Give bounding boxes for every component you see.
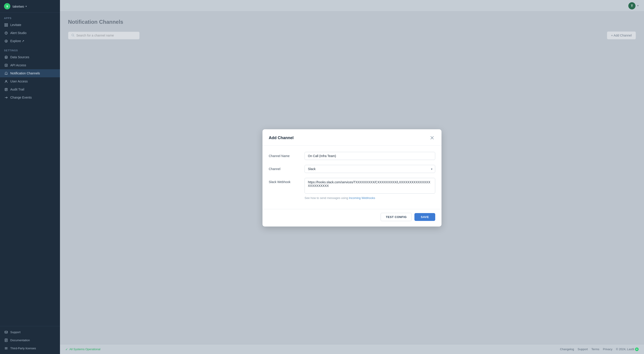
modal-title: Add Channel <box>269 135 294 140</box>
sidebar-chevron-icon: ▾ <box>26 5 27 8</box>
third-party-icon <box>4 346 8 350</box>
footer-copyright: © 2024, Last9 <box>616 347 634 351</box>
sidebar: 9 taketwo ▾ APPS Levitate Alert Studio E… <box>0 0 60 354</box>
explore-icon <box>4 39 8 43</box>
channel-field: Slack PagerDuty Email Webhook ▾ <box>304 165 435 173</box>
footer-privacy-link[interactable]: Privacy <box>603 347 612 351</box>
footer: ✓ All Systems Operational Changelog Supp… <box>60 344 644 354</box>
footer-status: ✓ All Systems Operational <box>65 347 100 351</box>
channel-name-field <box>304 152 435 160</box>
sidebar-item-third-party[interactable]: Third-Party licenses <box>0 344 60 352</box>
sidebar-third-party-label: Third-Party licenses <box>10 346 36 350</box>
sidebar-change-events-label: Change Events <box>10 96 32 99</box>
sidebar-api-access-label: API Access <box>10 63 26 67</box>
channel-name-row: Channel Name <box>269 152 435 160</box>
sidebar-data-sources-label: Data Sources <box>10 55 29 59</box>
channel-select[interactable]: Slack PagerDuty Email Webhook <box>304 165 435 173</box>
channel-select-wrap: Slack PagerDuty Email Webhook ▾ <box>304 165 435 173</box>
save-button[interactable]: SAVE <box>414 213 435 221</box>
modal-body: Channel Name Channel Slack Pager <box>262 146 442 209</box>
svg-point-7 <box>5 56 7 57</box>
alert-studio-icon <box>4 31 8 35</box>
sidebar-support-label: Support <box>10 330 20 334</box>
status-check-icon: ✓ <box>65 347 68 351</box>
slack-webhook-label: Slack Webhook <box>269 178 304 184</box>
sidebar-explore-label: Explore ↗ <box>10 39 24 43</box>
svg-rect-0 <box>5 24 6 25</box>
user-access-icon <box>4 79 8 83</box>
sidebar-settings-label: SETTINGS <box>0 45 60 53</box>
channel-name-label: Channel Name <box>269 152 304 158</box>
page-content: Notification Channels + Add Channel Add … <box>60 12 644 344</box>
sidebar-bottom: Support Documentation Third-Party licens… <box>0 326 60 354</box>
footer-changelog-link[interactable]: Changelog <box>560 347 574 351</box>
modal-footer: TEST CONFIG SAVE <box>262 209 442 227</box>
notification-channels-icon <box>4 71 8 75</box>
modal-overlay: Add Channel Channel Name <box>60 12 644 344</box>
modal-close-button[interactable] <box>429 135 435 141</box>
slack-webhook-row: Slack Webhook https://hooks.slack.com/se… <box>269 178 435 200</box>
webhook-help-text: See how to send messages using Incoming … <box>304 196 435 200</box>
slack-webhook-field: https://hooks.slack.com/services/TXXXXXX… <box>304 178 435 200</box>
levitate-icon <box>4 23 8 27</box>
sidebar-item-api-access[interactable]: API Access <box>0 61 60 69</box>
sidebar-notification-channels-label: Notification Channels <box>10 71 40 75</box>
sidebar-app-name: taketwo <box>12 5 24 8</box>
footer-logo: © 2024, Last9 9 <box>616 347 639 351</box>
change-events-icon <box>4 95 8 99</box>
modal-header: Add Channel <box>262 129 442 146</box>
documentation-icon <box>4 338 8 342</box>
sidebar-item-change-events[interactable]: Change Events <box>0 93 60 101</box>
audit-trail-icon <box>4 87 8 91</box>
sidebar-settings-section: SETTINGS Data Sources API Access Notific… <box>0 45 60 101</box>
incoming-webhooks-link[interactable]: Incoming Webhooks <box>349 196 375 200</box>
topbar-chevron-icon[interactable]: ▾ <box>637 4 639 7</box>
sidebar-apps-label: APPS <box>0 13 60 21</box>
footer-logo-icon: 9 <box>635 347 639 351</box>
svg-rect-1 <box>6 24 8 25</box>
topbar: T ▾ <box>60 0 644 12</box>
sidebar-item-documentation[interactable]: Documentation <box>0 336 60 344</box>
sidebar-item-levitate[interactable]: Levitate <box>0 21 60 29</box>
test-config-button[interactable]: TEST CONFIG <box>381 213 412 221</box>
footer-terms-link[interactable]: Terms <box>592 347 599 351</box>
sidebar-item-support[interactable]: Support <box>0 328 60 336</box>
slack-webhook-input[interactable]: https://hooks.slack.com/services/TXXXXXX… <box>304 178 435 194</box>
svg-rect-2 <box>5 25 6 27</box>
main-area: T ▾ Notification Channels + Add Channel … <box>60 0 644 354</box>
sidebar-item-data-sources[interactable]: Data Sources <box>0 53 60 61</box>
support-icon <box>4 330 8 334</box>
sidebar-audit-trail-label: Audit Trail <box>10 88 24 91</box>
sidebar-item-notification-channels[interactable]: Notification Channels <box>0 69 60 77</box>
sidebar-alert-studio-label: Alert Studio <box>10 31 26 35</box>
user-avatar[interactable]: T <box>628 2 636 10</box>
svg-point-6 <box>5 40 8 42</box>
sidebar-item-alert-studio[interactable]: Alert Studio <box>0 29 60 37</box>
svg-point-9 <box>6 80 7 81</box>
channel-name-input[interactable] <box>304 152 435 160</box>
svg-rect-3 <box>6 25 8 27</box>
sidebar-logo: 9 <box>4 3 10 10</box>
sidebar-documentation-label: Documentation <box>10 338 30 342</box>
channel-row: Channel Slack PagerDuty Email Webhook ▾ <box>269 165 435 173</box>
api-access-icon <box>4 63 8 67</box>
sidebar-item-explore[interactable]: Explore ↗ <box>0 37 60 45</box>
footer-links: Changelog Support Terms Privacy © 2024, … <box>560 347 639 351</box>
sidebar-levitate-label: Levitate <box>10 23 21 27</box>
channel-label: Channel <box>269 165 304 171</box>
add-channel-modal: Add Channel Channel Name <box>262 129 442 227</box>
sidebar-apps-section: APPS Levitate Alert Studio Explore ↗ <box>0 13 60 45</box>
sidebar-user-access-label: User Access <box>10 80 28 83</box>
sidebar-item-user-access[interactable]: User Access <box>0 77 60 85</box>
sidebar-item-audit-trail[interactable]: Audit Trail <box>0 85 60 93</box>
data-sources-icon <box>4 55 8 59</box>
footer-support-link[interactable]: Support <box>578 347 588 351</box>
status-text: All Systems Operational <box>69 347 100 351</box>
svg-point-5 <box>6 33 6 34</box>
sidebar-header[interactable]: 9 taketwo ▾ <box>0 0 60 13</box>
